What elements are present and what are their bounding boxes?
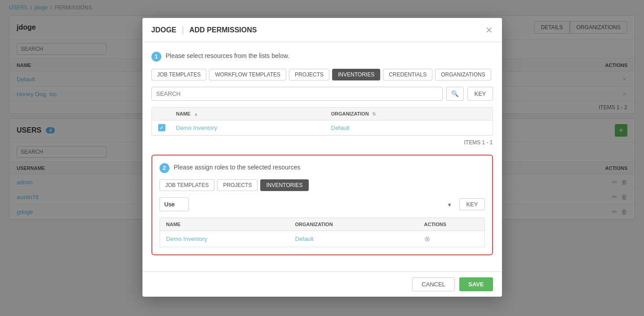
save-button[interactable]: SAVE — [459, 277, 493, 291]
demo-inventory-link[interactable]: Demo Inventory — [176, 125, 331, 131]
roles-name-col: NAME — [166, 222, 295, 227]
role-btn-inventories[interactable]: INVENTORIES — [260, 179, 308, 191]
role-btn-projects[interactable]: PROJECTS — [217, 179, 258, 191]
section2-box: 2 Please assign roles to the selected re… — [151, 155, 493, 255]
cancel-button[interactable]: CANCEL — [412, 277, 455, 291]
modal-body: 1 Please select resources from the lists… — [142, 42, 502, 271]
role-key-button[interactable]: KEY — [459, 198, 484, 210]
page-background: USERS / jdoge / PERMISSIONS jdoge DETAIL… — [0, 0, 644, 316]
role-row: Use Admin Ad Hoc Update Read KEY — [160, 197, 485, 211]
resource-button-group: JOB TEMPLATES WORKFLOW TEMPLATES PROJECT… — [151, 69, 493, 80]
step1-text: Please select resources from the lists b… — [166, 51, 289, 59]
modal-search-bar: 🔍 KEY — [151, 87, 493, 101]
modal-search-input[interactable] — [151, 87, 443, 101]
modal-header: JDOGE | ADD PERMISSIONS ✕ — [142, 18, 502, 42]
step2-number: 2 — [160, 163, 169, 173]
step1-number: 1 — [151, 52, 161, 62]
roles-org-col: ORGANIZATION — [295, 222, 424, 227]
roles-row-actions: ⊗ — [424, 235, 478, 243]
modal-username: JDOGE — [151, 26, 177, 34]
step1: 1 Please select resources from the lists… — [151, 51, 493, 62]
role-btn-job-templates[interactable]: JOB TEMPLATES — [160, 179, 215, 191]
roles-table-row: Demo Inventory Default ⊗ — [160, 231, 484, 247]
roles-demo-inventory-link[interactable]: Demo Inventory — [166, 236, 295, 242]
resource-table: NAME ▲ ORGANIZATION ⇅ Demo Inventory Def… — [151, 107, 493, 136]
res-btn-organizations[interactable]: ORGANIZATIONS — [435, 69, 491, 80]
modal-title: ADD PERMISSIONS — [189, 26, 257, 34]
roles-table-header: NAME ORGANIZATION ACTIONS — [160, 218, 484, 231]
roles-actions-col: ACTIONS — [424, 222, 478, 227]
modal-key-button[interactable]: KEY — [467, 87, 493, 101]
resource-items-count: ITEMS 1 - 1 — [151, 139, 493, 146]
resource-table-row: Demo Inventory Default — [152, 120, 493, 135]
modal-overlay: JDOGE | ADD PERMISSIONS ✕ 1 Please selec… — [0, 0, 644, 316]
demo-inventory-checkbox[interactable] — [158, 124, 165, 131]
res-btn-workflow-templates[interactable]: WORKFLOW TEMPLATES — [209, 69, 286, 80]
step2-text: Please assign roles to the selected reso… — [174, 163, 301, 171]
role-select-wrapper: Use Admin Ad Hoc Update Read — [160, 197, 456, 211]
modal-search-button[interactable]: 🔍 — [446, 87, 464, 101]
remove-row-button[interactable]: ⊗ — [424, 235, 430, 243]
role-button-group: JOB TEMPLATES PROJECTS INVENTORIES — [160, 179, 485, 191]
resource-table-header: NAME ▲ ORGANIZATION ⇅ — [152, 107, 493, 120]
res-btn-inventories[interactable]: INVENTORIES — [332, 69, 380, 80]
res-btn-job-templates[interactable]: JOB TEMPLATES — [151, 69, 207, 80]
resource-org-col: ORGANIZATION ⇅ — [331, 111, 486, 116]
role-select[interactable]: Use Admin Ad Hoc Update Read — [160, 197, 189, 211]
modal-header-left: JDOGE | ADD PERMISSIONS — [151, 25, 257, 35]
modal-close-button[interactable]: ✕ — [485, 26, 493, 35]
modal-footer: CANCEL SAVE — [142, 271, 502, 297]
roles-default-org-link[interactable]: Default — [295, 236, 424, 242]
roles-table: NAME ORGANIZATION ACTIONS Demo Inventory… — [160, 218, 485, 247]
step2: 2 Please assign roles to the selected re… — [160, 163, 485, 173]
demo-inventory-org-link[interactable]: Default — [331, 125, 486, 131]
res-btn-credentials[interactable]: CREDENTIALS — [383, 69, 432, 80]
add-permissions-modal: JDOGE | ADD PERMISSIONS ✕ 1 Please selec… — [142, 18, 502, 297]
res-btn-projects[interactable]: PROJECTS — [289, 69, 329, 80]
resource-name-col: NAME ▲ — [176, 111, 331, 116]
